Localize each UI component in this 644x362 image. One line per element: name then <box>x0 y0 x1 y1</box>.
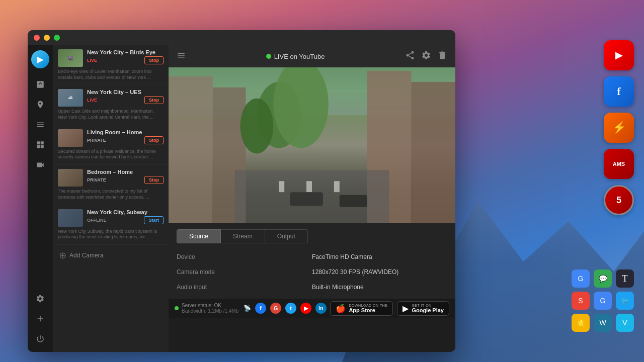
status-badge: Private <box>87 138 106 143</box>
camera-thumbnail: 🏙 <box>58 89 83 107</box>
stop-button[interactable]: Stop <box>144 56 164 64</box>
svg-rect-12 <box>290 192 323 206</box>
stop-button[interactable]: Stop <box>144 176 164 184</box>
social-linkedin[interactable]: in <box>315 303 327 314</box>
social-twitter[interactable]: t <box>285 303 296 314</box>
app-store-badge[interactable]: 🍎 Download on the App Store <box>330 301 393 316</box>
tab-output[interactable]: Output <box>265 229 308 243</box>
camera-header: 🏙 New York City – UES LIVE Stop <box>58 89 164 107</box>
sidebar-icon-video[interactable] <box>32 157 48 173</box>
maximize-button[interactable] <box>54 35 60 41</box>
svg-rect-9 <box>279 181 284 192</box>
camera-name: Bedroom – Home <box>87 169 164 175</box>
social-google[interactable]: G <box>270 303 281 314</box>
delete-icon[interactable] <box>437 50 447 63</box>
app-window: ▶ <box>28 30 455 352</box>
status-row: Private Stop <box>87 136 164 144</box>
status-badge: LIVE <box>87 98 97 103</box>
server-status: Server status: OK Bandwidth: 1.2Mb /1.4M… <box>175 303 251 314</box>
sidebar-icon-power[interactable] <box>32 331 48 347</box>
social-youtube[interactable]: ▶ <box>300 303 311 314</box>
camera-description: Secured stream of a private residence, t… <box>58 149 164 160</box>
camera-mode-value: 644x362 30 FPS (RAWVIDEO) <box>312 266 447 278</box>
camera-thumbnail <box>58 209 83 227</box>
mini-icon-g[interactable]: G <box>572 269 590 288</box>
sidebar-icon-books[interactable] <box>32 76 48 93</box>
app-content: ▶ <box>28 45 455 352</box>
share-icon[interactable] <box>405 50 415 63</box>
camera-description: Bird's-eye view of Lower Manhattan, zoom… <box>58 69 164 80</box>
mini-icon-wp[interactable]: W <box>594 314 612 332</box>
server-ok-text: Server status: OK <box>182 303 238 308</box>
youtube-desktop-icon[interactable]: ▶ <box>604 40 634 70</box>
minimize-button[interactable] <box>44 35 50 41</box>
mini-icon-chat[interactable]: 💬 <box>594 269 612 288</box>
camera-list: 🌆 New York City – Birds Eye LIVE Stop Bi… <box>53 45 169 352</box>
stop-button[interactable]: Stop <box>144 96 164 104</box>
camera-info: Living Room – Home Private Stop <box>87 129 164 144</box>
video-preview <box>169 67 455 223</box>
app-store-sub: Download on the <box>349 304 387 307</box>
sidebar-icon-plus[interactable] <box>32 311 48 327</box>
start-button[interactable]: Start <box>144 216 164 224</box>
camera-description: New York City Subway, the rapid transit … <box>58 229 164 240</box>
camera-item[interactable]: New York City, Subway Offline Start New … <box>53 205 169 245</box>
tab-stream[interactable]: Stream <box>221 229 265 243</box>
mini-icon-y[interactable]: 🌟 <box>572 314 590 332</box>
lightning-desktop-icon[interactable]: ⚡ <box>604 113 634 143</box>
google-play-badge[interactable]: ▶ GET IT ON Google Play <box>397 301 449 316</box>
camera-info: New York City – UES LIVE Stop <box>87 89 164 104</box>
camera-item[interactable]: Living Room – Home Private Stop Secured … <box>53 125 169 165</box>
camera-item[interactable]: 🏙 New York City – UES LIVE Stop Upper Ea… <box>53 85 169 125</box>
mini-icon-s[interactable]: S <box>572 292 590 310</box>
live-indicator: LIVE on YouTube <box>266 53 325 60</box>
google-play-sub: GET IT ON <box>412 304 444 307</box>
device-value: FaceTime HD Camera <box>312 251 447 262</box>
mini-icons-row-1: G 💬 T <box>572 269 634 288</box>
settings-icon[interactable] <box>421 50 431 63</box>
camera-header: 🌆 New York City – Birds Eye LIVE Stop <box>58 49 164 67</box>
left-sidebar: ▶ <box>28 45 53 352</box>
mini-icon-v[interactable]: V <box>616 314 634 332</box>
app-store-name: App Store <box>349 307 387 313</box>
camera-item[interactable]: Bedroom – Home Private Stop The master b… <box>53 165 169 205</box>
status-row: Offline Start <box>87 216 164 224</box>
title-bar <box>28 30 455 45</box>
camera-mode-label: Camera mode <box>177 266 312 278</box>
camera-description: The master bedroom, connected to my list… <box>58 189 164 200</box>
mini-icon-g2[interactable]: G <box>594 292 612 310</box>
social-facebook[interactable]: f <box>255 303 266 314</box>
status-row: LIVE Stop <box>87 56 164 64</box>
camera-thumbnail: 🌆 <box>58 49 83 67</box>
stop-button[interactable]: Stop <box>144 136 164 144</box>
sidebar-icon-location[interactable] <box>32 97 48 113</box>
app-logo: ▶ <box>31 50 49 68</box>
facebook-desktop-icon[interactable]: f <box>604 76 634 107</box>
camera-name: New York City – Birds Eye <box>87 49 164 55</box>
svg-rect-11 <box>334 181 340 192</box>
mini-icon-t[interactable]: T <box>616 269 634 288</box>
bandwidth-text: Bandwidth: 1.2Mb /1.4Mb <box>182 308 238 314</box>
add-camera-button[interactable]: ⊕ Add Camera <box>53 245 169 266</box>
source-info-grid: Device FaceTime HD Camera Camera mode 12… <box>177 251 447 293</box>
close-button[interactable] <box>34 35 40 41</box>
top-bar-actions <box>405 50 447 63</box>
sidebar-icon-grid[interactable] <box>32 137 48 153</box>
google-play-icon: ▶ <box>403 304 409 313</box>
mini-icon-tw[interactable]: 🐦 <box>616 292 634 310</box>
google-play-text: GET IT ON Google Play <box>412 304 444 313</box>
ams-desktop-icon[interactable]: AMS <box>604 149 634 179</box>
menu-icon[interactable] <box>177 51 186 62</box>
camera-name: Living Room – Home <box>87 129 164 135</box>
tab-bar: Source Stream Output <box>177 229 447 243</box>
camera-thumbnail <box>58 129 83 147</box>
tab-source[interactable]: Source <box>177 229 221 243</box>
sidebar-icon-settings[interactable] <box>32 291 48 307</box>
google-play-name: Google Play <box>412 307 444 313</box>
camera-item[interactable]: 🌆 New York City – Birds Eye LIVE Stop Bi… <box>53 45 169 85</box>
svg-rect-10 <box>306 181 312 192</box>
desktop-right-sidebar: ▶ f ⚡ AMS 5 <box>604 40 634 215</box>
app-store-text: Download on the App Store <box>349 304 387 313</box>
s5-desktop-icon[interactable]: 5 <box>604 185 634 215</box>
sidebar-icon-list[interactable] <box>32 117 48 133</box>
